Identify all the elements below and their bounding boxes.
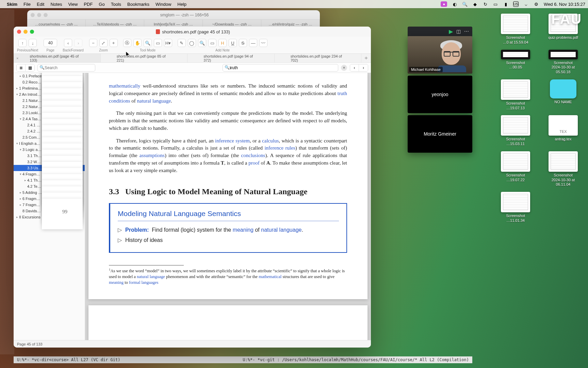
desktop-file[interactable]: Screenshot…19.07.22	[497, 151, 534, 187]
skim-window[interactable]: shortnotes.en.pdf (page 45 of 133) ↑ ↓ P…	[14, 27, 371, 348]
menu-window[interactable]: Window	[156, 2, 171, 7]
layout-icon[interactable]: ◫	[456, 29, 461, 34]
raycast-icon[interactable]: ◆	[472, 1, 478, 7]
outline-mode-button[interactable]: ≣	[17, 64, 26, 71]
video-call-panel[interactable]: ▶ ◫ ⋯ Michael Kohlhase yeonjoo Moritz Gm…	[408, 27, 472, 155]
desktop-file[interactable]: Screenshot2024-10-30 at 05.50.18	[544, 50, 582, 75]
app-name[interactable]: Skim	[7, 2, 17, 7]
previous-page-button[interactable]: ↑	[18, 39, 27, 47]
desktop-disk[interactable]: NO NAME	[544, 79, 582, 111]
link-meaning[interactable]: meaning	[109, 280, 124, 285]
play-icon[interactable]: ▶	[449, 28, 453, 35]
document-tab[interactable]: shortnotes.en.pdf (page 85 of 221)	[101, 54, 188, 62]
note-box[interactable]: ▭	[208, 39, 216, 47]
zoom-button[interactable]	[30, 30, 34, 34]
menu-go[interactable]: Go	[99, 2, 104, 7]
page-number-field[interactable]: 40	[44, 39, 57, 47]
outline-sidebar[interactable]: ▸0.1 Prefacei0.2 Recorded Syllabusii▸1 P…	[14, 73, 85, 340]
link-calculus[interactable]: calculus	[262, 138, 279, 143]
terminal-titlebar[interactable]: smglom — -zsh — 166×56	[27, 10, 320, 20]
input-source[interactable]: US	[513, 1, 519, 7]
link-mathematical[interactable]: mathematical	[259, 274, 281, 279]
note-pen[interactable]: ✎	[178, 39, 186, 47]
link-proof[interactable]: proof	[248, 160, 260, 166]
document-tab[interactable]: shortslides.en.pdf (page 94 of 372)	[187, 54, 275, 62]
disclosure-triangle-icon[interactable]: ▸	[18, 197, 22, 200]
traffic-lights[interactable]	[17, 30, 34, 34]
close-tab-icon[interactable]: ×	[16, 56, 18, 60]
disclosure-triangle-icon[interactable]: ▸	[15, 215, 19, 219]
macos-menubar[interactable]: Skim File Edit Notes View PDF Go Tools B…	[0, 0, 588, 8]
link-formal-languages[interactable]: formal languages	[129, 280, 158, 285]
link-conclusions[interactable]: conclusions	[241, 153, 265, 158]
call-toolbar[interactable]: ▶ ◫ ⋯	[408, 27, 472, 36]
note-highlight[interactable]: H	[218, 39, 227, 47]
disclosure-triangle-icon[interactable]: ▾	[15, 93, 19, 96]
note-strike[interactable]: S	[239, 39, 247, 47]
desktop-file[interactable]: Screenshot…11.01.34	[497, 192, 534, 223]
sidebar-search[interactable]: 🔍	[37, 64, 95, 72]
zoom-out-button[interactable]: −	[89, 39, 97, 47]
desktop-file[interactable]: Screenshot…00.05	[497, 50, 534, 75]
link-assumptions[interactable]: assumptions	[140, 153, 165, 158]
clear-search-button[interactable]: ×	[341, 65, 347, 71]
terminal-traffic-lights[interactable]	[31, 13, 48, 17]
do-not-disturb-icon[interactable]: ◐	[452, 1, 457, 7]
back-button[interactable]: ‹	[64, 39, 72, 47]
desktop-file[interactable]: Screenshot…15.03.11	[497, 115, 534, 147]
sidebar-mode-segment[interactable]: ≣ ▦	[16, 64, 35, 72]
tool-magnify[interactable]: 🔍	[144, 39, 152, 47]
note-underline[interactable]: U	[229, 39, 237, 47]
disclosure-triangle-icon[interactable]: ▾	[18, 172, 22, 176]
desktop-file[interactable]: Screenshot…0 at 15.59.04	[497, 14, 534, 45]
link-meaning[interactable]: meaning	[233, 227, 254, 233]
call-tile-avatar[interactable]: yeonjoo	[408, 76, 472, 113]
link-inference-rules[interactable]: inference rules	[264, 145, 295, 151]
disclosure-triangle-icon[interactable]: ▾	[15, 142, 19, 145]
menu-view[interactable]: View	[68, 2, 78, 7]
menu-edit[interactable]: Edit	[37, 2, 44, 7]
thumbnail-mode-button[interactable]: ▦	[26, 64, 34, 71]
note-line[interactable]: —	[249, 39, 257, 47]
disclosure-triangle-icon[interactable]: ▾	[18, 148, 22, 151]
forward-button[interactable]: ›	[74, 39, 82, 47]
close-button[interactable]	[17, 30, 21, 34]
battery-icon[interactable]: ▮	[503, 1, 508, 7]
sidebar-search-input[interactable]	[37, 64, 95, 72]
call-tile-avatar[interactable]: Moritz Gmeiner	[408, 115, 472, 153]
zoom-in-button[interactable]: ＋	[110, 39, 118, 47]
disclosure-triangle-icon[interactable]: ▾	[18, 117, 22, 121]
document-search-input[interactable]	[223, 64, 338, 72]
wifi-icon[interactable]: ⌵	[523, 1, 529, 7]
disclosure-triangle-icon[interactable]: ▸	[18, 203, 22, 206]
document-tab[interactable]: shortslides.en.pdf (page 234 of 702)	[275, 54, 362, 62]
tool-text-select[interactable]: Ⓐ	[123, 39, 131, 47]
desktop-file[interactable]: Screenshot…19.07.13	[497, 79, 534, 111]
desktop-file[interactable]: TEX antrag.tex	[544, 115, 582, 147]
control-center-icon[interactable]: ⚙	[534, 1, 539, 7]
disclosure-triangle-icon[interactable]: ▸	[18, 74, 22, 78]
call-tile-video[interactable]: Michael Kohlhase	[408, 36, 472, 74]
menu-help[interactable]: Help	[177, 2, 186, 7]
document-tab[interactable]: × shortnotes.en.pdf (page 45 of 133)	[14, 54, 101, 62]
menubar-clock[interactable]: Wed 6. Nov 10:15:27	[544, 2, 585, 7]
document-tab-strip[interactable]: × shortnotes.en.pdf (page 45 of 133) sho…	[14, 54, 371, 63]
menu-notes[interactable]: Notes	[50, 2, 62, 7]
next-page-button[interactable]: ↓	[29, 39, 37, 47]
display-icon[interactable]: ▭	[493, 1, 498, 7]
new-tab-button[interactable]: ＋	[361, 54, 371, 62]
tool-highlight[interactable]: H▾	[164, 39, 172, 47]
tool-select-area[interactable]: ▭	[154, 39, 162, 47]
zoom-fit-button[interactable]: ⤢	[99, 39, 108, 47]
document-view[interactable]: mathematically well-understood structure…	[85, 73, 371, 340]
note-circle[interactable]: ◯	[188, 39, 196, 47]
sync-icon[interactable]: ↻	[483, 1, 488, 7]
disclosure-triangle-icon[interactable]: ▸	[15, 87, 19, 90]
link-inference-system[interactable]: inference system	[215, 138, 250, 143]
minimize-button[interactable]	[23, 30, 28, 34]
menu-file[interactable]: File	[23, 2, 31, 7]
note-find[interactable]: 🔍	[198, 39, 206, 47]
link-natural-language[interactable]: natural language	[137, 98, 171, 104]
find-prev-next[interactable]: ‹ ›	[350, 64, 368, 72]
outline-row[interactable]: ▸II Excursions99	[14, 214, 85, 220]
